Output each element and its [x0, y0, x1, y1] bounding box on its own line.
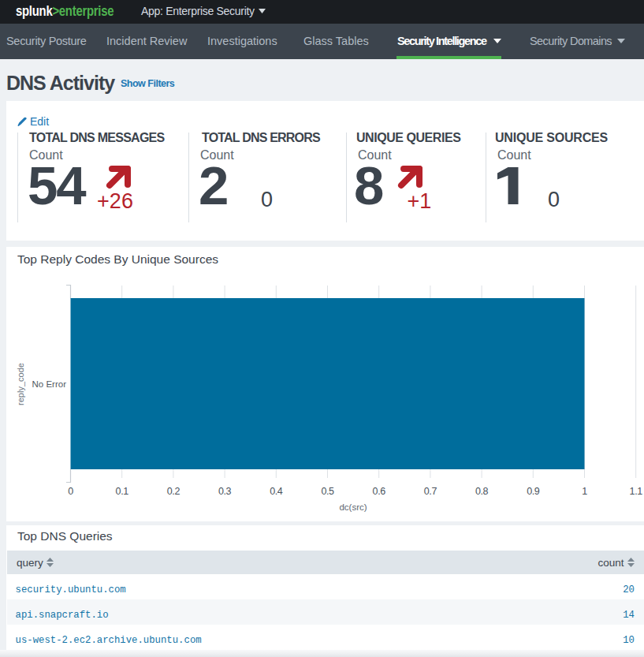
svg-text:0.4: 0.4 — [270, 486, 283, 497]
svg-text:0: 0 — [68, 486, 73, 497]
svg-text:0.3: 0.3 — [218, 486, 232, 497]
svg-text:0.8: 0.8 — [475, 486, 489, 497]
svg-text:0.1: 0.1 — [116, 486, 129, 497]
svg-text:0.5: 0.5 — [321, 486, 334, 497]
svg-text:0.9: 0.9 — [527, 486, 540, 497]
svg-text:No Error: No Error — [32, 379, 67, 389]
svg-text:dc(src): dc(src) — [339, 502, 367, 512]
svg-text:0.6: 0.6 — [373, 486, 386, 497]
svg-text:0.2: 0.2 — [167, 486, 181, 497]
svg-text:0.7: 0.7 — [424, 486, 437, 497]
svg-text:reply_code: reply_code — [16, 363, 25, 405]
svg-text:1: 1 — [582, 486, 587, 497]
svg-text:1.1: 1.1 — [630, 486, 643, 497]
